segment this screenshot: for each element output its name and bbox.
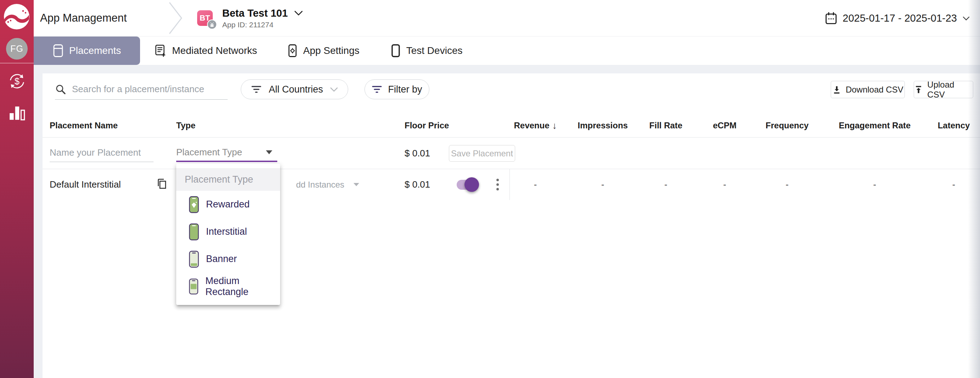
download-csv-button[interactable]: Download CSV xyxy=(831,81,905,98)
rewarded-phone-icon xyxy=(189,196,199,213)
app-settings-icon xyxy=(288,44,298,57)
android-icon xyxy=(207,19,217,29)
caret-down-icon xyxy=(266,150,272,154)
date-range-text: 2025-01-17 - 2025-01-23 xyxy=(843,13,957,24)
download-csv-label: Download CSV xyxy=(846,85,904,95)
chevron-down-icon xyxy=(294,11,303,16)
upload-csv-button[interactable]: Upload CSV xyxy=(914,81,973,98)
column-header-type: Type xyxy=(176,113,196,137)
calendar-icon xyxy=(825,12,837,25)
avatar[interactable]: FG xyxy=(6,38,28,59)
copy-icon[interactable] xyxy=(156,178,168,191)
table-header-row: Placement Name Type Floor Price Revenue … xyxy=(43,113,980,137)
tab-label: Placements xyxy=(69,45,121,56)
chevron-down-icon xyxy=(963,16,970,21)
date-range-picker[interactable]: 2025-01-17 - 2025-01-23 xyxy=(825,0,970,37)
placement-name: Default Interstitial xyxy=(49,169,121,200)
filter-lines-icon xyxy=(251,85,262,94)
title-row: App Management BT xyxy=(34,0,980,37)
save-placement-button[interactable]: Save Placement xyxy=(449,145,515,162)
column-header-floor-price: Floor Price xyxy=(404,113,449,137)
header: App Management BT xyxy=(34,0,980,65)
bar-chart-icon[interactable] xyxy=(6,101,28,123)
tab-mediated-networks[interactable]: Mediated Networks xyxy=(155,37,257,65)
country-filter-dropdown[interactable]: All Countries xyxy=(241,80,348,99)
add-instances-dropdown[interactable]: dd Instances xyxy=(296,169,359,200)
menu-item-rewarded[interactable]: Rewarded xyxy=(176,191,280,218)
test-devices-icon xyxy=(391,44,401,57)
download-icon xyxy=(832,85,842,94)
currency-sync-icon[interactable]: $ xyxy=(6,70,28,92)
brand-swirl-logo[interactable] xyxy=(3,3,30,30)
metric-engagement-rate: - xyxy=(834,169,915,200)
metric-latency: - xyxy=(913,169,980,200)
placement-type-placeholder: Placement Type xyxy=(176,147,242,158)
column-header-latency: Latency xyxy=(913,113,980,137)
interstitial-phone-icon xyxy=(189,223,199,241)
column-header-placement-name: Placement Name xyxy=(49,113,118,137)
toolbar: All Countries Filter by Download C xyxy=(43,73,980,113)
placement-enabled-toggle[interactable] xyxy=(457,180,476,190)
filter-lines-icon xyxy=(372,85,382,94)
medium-rectangle-phone-icon xyxy=(189,278,198,295)
country-filter-label: All Countries xyxy=(269,84,323,95)
app-management-page: FG $ App Management xyxy=(0,0,980,378)
column-header-frequency: Frequency xyxy=(746,113,828,137)
column-header-engagement-rate: Engagement Rate xyxy=(834,113,915,137)
placement-type-menu-header: Placement Type xyxy=(176,168,280,191)
search-box xyxy=(55,79,228,100)
sidebar: FG $ xyxy=(0,0,34,378)
breadcrumb-chevron-icon xyxy=(169,2,183,35)
placement-name-field xyxy=(49,144,154,162)
upload-csv-label: Upload CSV xyxy=(927,80,973,100)
app-selector[interactable]: Beta Test 101 App ID: 211274 xyxy=(222,8,303,29)
tab-label: Test Devices xyxy=(406,45,463,56)
floor-price-value: $ 0.01 xyxy=(404,169,430,200)
app-id: App ID: 211274 xyxy=(222,21,303,29)
filter-by-label: Filter by xyxy=(388,84,422,95)
placement-type-select[interactable]: Placement Type xyxy=(176,144,277,162)
sidebar-divider xyxy=(0,63,34,64)
page-title: App Management xyxy=(40,12,127,24)
menu-item-label: Interstitial xyxy=(206,226,247,237)
sort-desc-icon: ↓ xyxy=(552,120,557,131)
add-instances-label: dd Instances xyxy=(296,180,344,190)
mediated-networks-icon xyxy=(155,44,166,57)
tab-bar: Placements Mediated Networks xyxy=(34,37,980,65)
search-icon xyxy=(55,84,66,95)
svg-text:$: $ xyxy=(14,76,19,86)
menu-item-interstitial[interactable]: Interstitial xyxy=(176,218,280,246)
search-input[interactable] xyxy=(72,84,228,95)
floor-price-value: $ 0.01 xyxy=(404,137,430,169)
caret-down-icon xyxy=(353,183,359,186)
menu-item-label: Banner xyxy=(206,254,237,265)
tab-app-settings[interactable]: App Settings xyxy=(288,37,360,65)
tab-label: Mediated Networks xyxy=(172,45,257,56)
placements-icon xyxy=(53,44,64,57)
chevron-down-icon xyxy=(330,87,338,92)
toggle-thumb xyxy=(465,177,479,192)
app-icon[interactable]: BT xyxy=(197,10,213,26)
tab-test-devices[interactable]: Test Devices xyxy=(391,37,463,65)
menu-item-label: Rewarded xyxy=(206,199,250,210)
menu-item-banner[interactable]: Banner xyxy=(176,246,280,273)
banner-phone-icon xyxy=(189,251,199,268)
app-name: Beta Test 101 xyxy=(222,8,288,19)
metric-frequency: - xyxy=(746,169,828,200)
placements-panel: All Countries Filter by Download C xyxy=(43,73,980,378)
upload-icon xyxy=(914,85,923,94)
placement-name-input[interactable] xyxy=(49,144,154,162)
placement-type-menu: Placement Type Rewarded Interstitial xyxy=(176,164,280,305)
tab-label: App Settings xyxy=(303,45,360,56)
tab-placements[interactable]: Placements xyxy=(34,37,140,65)
filter-by-button[interactable]: Filter by xyxy=(364,80,430,99)
menu-item-label: Medium Rectangle xyxy=(205,276,280,298)
menu-item-medium-rectangle[interactable]: Medium Rectangle xyxy=(176,273,280,300)
